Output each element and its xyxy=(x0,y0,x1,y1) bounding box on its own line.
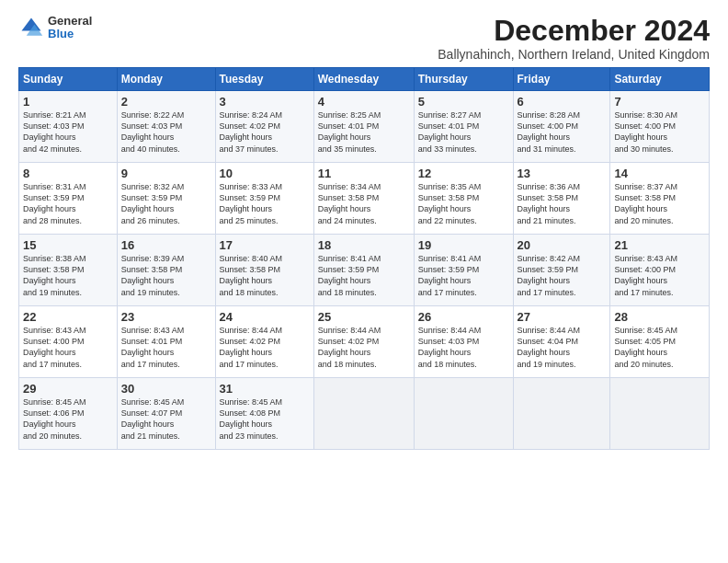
day-detail: Sunrise: 8:22 AMSunset: 4:03 PMDaylight … xyxy=(121,110,185,153)
day-number: 5 xyxy=(418,95,509,109)
weekday-header: Wednesday xyxy=(313,68,414,91)
day-number: 31 xyxy=(220,382,310,396)
day-detail: Sunrise: 8:38 AMSunset: 3:58 PMDaylight … xyxy=(23,254,86,296)
day-number: 23 xyxy=(121,310,211,324)
calendar-day-cell: 6Sunrise: 8:28 AMSunset: 4:00 PMDaylight… xyxy=(513,91,610,163)
logo-blue: Blue xyxy=(48,28,92,40)
calendar-day-cell xyxy=(610,378,710,450)
calendar-day-cell: 17Sunrise: 8:40 AMSunset: 3:58 PMDayligh… xyxy=(215,235,313,306)
calendar-day-cell: 3Sunrise: 8:24 AMSunset: 4:02 PMDaylight… xyxy=(215,91,313,163)
day-detail: Sunrise: 8:25 AMSunset: 4:01 PMDaylight … xyxy=(318,110,381,153)
day-detail: Sunrise: 8:43 AMSunset: 4:00 PMDaylight … xyxy=(614,254,677,296)
calendar-day-cell: 22Sunrise: 8:43 AMSunset: 4:00 PMDayligh… xyxy=(19,306,118,378)
day-number: 8 xyxy=(23,167,113,180)
calendar-day-cell: 31Sunrise: 8:45 AMSunset: 4:08 PMDayligh… xyxy=(215,378,313,450)
calendar-day-cell: 26Sunrise: 8:44 AMSunset: 4:03 PMDayligh… xyxy=(414,306,513,378)
calendar-day-cell: 15Sunrise: 8:38 AMSunset: 3:58 PMDayligh… xyxy=(19,235,118,306)
weekday-header: Saturday xyxy=(610,68,710,91)
calendar-day-cell: 8Sunrise: 8:31 AMSunset: 3:59 PMDaylight… xyxy=(19,163,118,235)
day-detail: Sunrise: 8:33 AMSunset: 3:59 PMDaylight … xyxy=(220,182,283,224)
day-detail: Sunrise: 8:40 AMSunset: 3:58 PMDaylight … xyxy=(220,254,283,296)
calendar: SundayMondayTuesdayWednesdayThursdayFrid… xyxy=(18,67,710,450)
day-number: 29 xyxy=(23,382,113,396)
title-section: December 2024 Ballynahinch, Northern Ire… xyxy=(438,15,710,62)
day-detail: Sunrise: 8:24 AMSunset: 4:02 PMDaylight … xyxy=(220,110,283,153)
day-detail: Sunrise: 8:35 AMSunset: 3:58 PMDaylight … xyxy=(418,182,482,224)
calendar-week-row: 22Sunrise: 8:43 AMSunset: 4:00 PMDayligh… xyxy=(19,306,710,378)
weekday-header: Thursday xyxy=(414,68,513,91)
calendar-day-cell: 14Sunrise: 8:37 AMSunset: 3:58 PMDayligh… xyxy=(610,163,710,235)
day-detail: Sunrise: 8:45 AMSunset: 4:08 PMDaylight … xyxy=(220,397,283,440)
calendar-week-row: 29Sunrise: 8:45 AMSunset: 4:06 PMDayligh… xyxy=(19,378,710,450)
day-detail: Sunrise: 8:21 AMSunset: 4:03 PMDaylight … xyxy=(23,110,86,153)
day-detail: Sunrise: 8:37 AMSunset: 3:58 PMDaylight … xyxy=(614,182,677,224)
calendar-day-cell: 28Sunrise: 8:45 AMSunset: 4:05 PMDayligh… xyxy=(610,306,710,378)
day-detail: Sunrise: 8:45 AMSunset: 4:05 PMDaylight … xyxy=(614,326,677,368)
day-detail: Sunrise: 8:42 AMSunset: 3:59 PMDaylight … xyxy=(518,254,581,296)
day-detail: Sunrise: 8:44 AMSunset: 4:02 PMDaylight … xyxy=(318,326,381,368)
weekday-header: Friday xyxy=(513,68,610,91)
calendar-day-cell: 25Sunrise: 8:44 AMSunset: 4:02 PMDayligh… xyxy=(313,306,414,378)
day-detail: Sunrise: 8:43 AMSunset: 4:00 PMDaylight … xyxy=(23,326,86,368)
day-number: 10 xyxy=(220,167,310,180)
calendar-day-cell xyxy=(513,378,610,450)
weekday-header: Sunday xyxy=(19,68,118,91)
calendar-day-cell: 2Sunrise: 8:22 AMSunset: 4:03 PMDaylight… xyxy=(117,91,215,163)
day-number: 7 xyxy=(614,95,705,109)
day-number: 4 xyxy=(318,95,410,109)
day-number: 25 xyxy=(318,310,410,324)
calendar-header-row: SundayMondayTuesdayWednesdayThursdayFrid… xyxy=(19,68,710,91)
calendar-day-cell: 5Sunrise: 8:27 AMSunset: 4:01 PMDaylight… xyxy=(414,91,513,163)
calendar-day-cell: 24Sunrise: 8:44 AMSunset: 4:02 PMDayligh… xyxy=(215,306,313,378)
header: General Blue December 2024 Ballynahinch,… xyxy=(18,15,710,62)
day-number: 16 xyxy=(121,238,211,252)
day-number: 17 xyxy=(220,238,310,252)
weekday-header: Monday xyxy=(117,68,215,91)
calendar-week-row: 8Sunrise: 8:31 AMSunset: 3:59 PMDaylight… xyxy=(19,163,710,235)
calendar-day-cell: 1Sunrise: 8:21 AMSunset: 4:03 PMDaylight… xyxy=(19,91,118,163)
calendar-day-cell: 29Sunrise: 8:45 AMSunset: 4:06 PMDayligh… xyxy=(19,378,118,450)
calendar-day-cell: 30Sunrise: 8:45 AMSunset: 4:07 PMDayligh… xyxy=(117,378,215,450)
calendar-day-cell: 19Sunrise: 8:41 AMSunset: 3:59 PMDayligh… xyxy=(414,235,513,306)
calendar-day-cell: 23Sunrise: 8:43 AMSunset: 4:01 PMDayligh… xyxy=(117,306,215,378)
logo-icon xyxy=(18,15,44,40)
calendar-day-cell: 20Sunrise: 8:42 AMSunset: 3:59 PMDayligh… xyxy=(513,235,610,306)
calendar-day-cell: 9Sunrise: 8:32 AMSunset: 3:59 PMDaylight… xyxy=(117,163,215,235)
day-number: 19 xyxy=(418,238,509,252)
main-title: December 2024 xyxy=(438,15,710,47)
day-number: 9 xyxy=(121,167,211,180)
calendar-day-cell: 10Sunrise: 8:33 AMSunset: 3:59 PMDayligh… xyxy=(215,163,313,235)
calendar-day-cell: 21Sunrise: 8:43 AMSunset: 4:00 PMDayligh… xyxy=(610,235,710,306)
calendar-day-cell: 13Sunrise: 8:36 AMSunset: 3:58 PMDayligh… xyxy=(513,163,610,235)
subtitle: Ballynahinch, Northern Ireland, United K… xyxy=(438,47,710,62)
calendar-day-cell: 27Sunrise: 8:44 AMSunset: 4:04 PMDayligh… xyxy=(513,306,610,378)
day-detail: Sunrise: 8:45 AMSunset: 4:06 PMDaylight … xyxy=(23,397,86,440)
day-number: 18 xyxy=(318,238,410,252)
day-number: 12 xyxy=(418,167,509,180)
day-detail: Sunrise: 8:36 AMSunset: 3:58 PMDaylight … xyxy=(518,182,581,224)
day-detail: Sunrise: 8:32 AMSunset: 3:59 PMDaylight … xyxy=(121,182,185,224)
calendar-week-row: 1Sunrise: 8:21 AMSunset: 4:03 PMDaylight… xyxy=(19,91,710,163)
day-number: 27 xyxy=(518,310,607,324)
calendar-day-cell: 4Sunrise: 8:25 AMSunset: 4:01 PMDaylight… xyxy=(313,91,414,163)
logo-text: General Blue xyxy=(48,15,92,41)
day-number: 11 xyxy=(318,167,410,180)
day-number: 22 xyxy=(23,310,113,324)
calendar-day-cell: 18Sunrise: 8:41 AMSunset: 3:59 PMDayligh… xyxy=(313,235,414,306)
day-number: 2 xyxy=(121,95,211,109)
day-detail: Sunrise: 8:41 AMSunset: 3:59 PMDaylight … xyxy=(318,254,381,296)
calendar-day-cell: 7Sunrise: 8:30 AMSunset: 4:00 PMDaylight… xyxy=(610,91,710,163)
day-number: 24 xyxy=(220,310,310,324)
day-detail: Sunrise: 8:44 AMSunset: 4:03 PMDaylight … xyxy=(418,326,482,368)
calendar-week-row: 15Sunrise: 8:38 AMSunset: 3:58 PMDayligh… xyxy=(19,235,710,306)
day-detail: Sunrise: 8:34 AMSunset: 3:58 PMDaylight … xyxy=(318,182,381,224)
day-detail: Sunrise: 8:28 AMSunset: 4:00 PMDaylight … xyxy=(518,110,581,153)
day-number: 28 xyxy=(614,310,705,324)
day-detail: Sunrise: 8:43 AMSunset: 4:01 PMDaylight … xyxy=(121,326,185,368)
day-number: 1 xyxy=(23,95,113,109)
page: General Blue December 2024 Ballynahinch,… xyxy=(0,0,728,563)
day-number: 21 xyxy=(614,238,705,252)
day-number: 30 xyxy=(121,382,211,396)
logo-general: General xyxy=(48,15,92,28)
weekday-header: Tuesday xyxy=(215,68,313,91)
